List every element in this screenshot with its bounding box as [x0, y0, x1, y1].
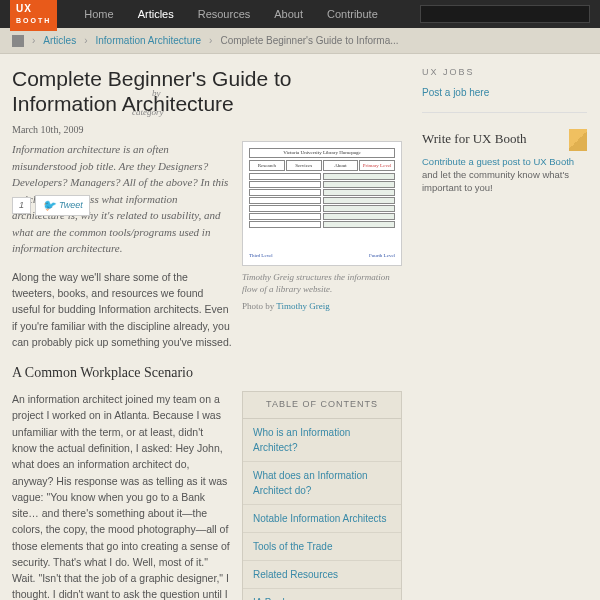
sidebar-jobs: UX JOBS Post a job here [422, 66, 587, 113]
toc-item[interactable]: Related Resources [243, 561, 401, 589]
pencil-icon [569, 129, 587, 151]
sidebar-write: Write for UX Booth Contribute a guest po… [422, 129, 587, 206]
tweet-button[interactable]: 🐦Tweet [35, 195, 90, 216]
category-label: category [132, 106, 164, 120]
logo[interactable]: UXBOOTH [10, 0, 57, 31]
main-content: Complete Beginner's Guide to Information… [12, 66, 402, 600]
home-icon[interactable] [12, 35, 24, 47]
toc-item[interactable]: What does an Information Architect do? [243, 462, 401, 505]
toc-item[interactable]: IA Books [243, 589, 401, 600]
jobs-heading: UX JOBS [422, 66, 587, 80]
toc-item[interactable]: Tools of the Trade [243, 533, 401, 561]
top-nav: UXBOOTH Home Articles Resources About Co… [0, 0, 600, 28]
chevron-right-icon: › [32, 33, 35, 48]
share-count[interactable]: 1 [12, 197, 31, 215]
chevron-right-icon: › [209, 33, 212, 48]
twitter-icon: 🐦 [42, 197, 56, 214]
section-heading-scenario: A Common Workplace Scenario [12, 362, 402, 383]
page-title: Complete Beginner's Guide to Information… [12, 66, 402, 116]
toc-item[interactable]: Notable Information Architects [243, 505, 401, 533]
by-label: by [152, 87, 161, 101]
nav-resources[interactable]: Resources [186, 6, 263, 23]
nav-home[interactable]: Home [72, 6, 125, 23]
article-meta: by category March 10th, 2009 [12, 122, 402, 137]
sidebar: UX JOBS Post a job here Write for UX Boo… [422, 66, 587, 600]
photo-author-link[interactable]: Timothy Greig [276, 301, 329, 311]
breadcrumb: › Articles › Information Architecture › … [0, 28, 600, 54]
nav-about[interactable]: About [262, 6, 315, 23]
bc-ia[interactable]: Information Architecture [95, 33, 201, 48]
photo-credit: Photo by Timothy Greig [242, 300, 402, 314]
bc-current: Complete Beginner's Guide to Informa... [220, 33, 398, 48]
table-of-contents: TABLE OF CONTENTS Who is an Information … [242, 391, 402, 600]
post-job-link[interactable]: Post a job here [422, 87, 489, 98]
search-input[interactable] [420, 5, 590, 23]
write-text: Contribute a guest post to UX Booth and … [422, 155, 587, 195]
toc-heading: TABLE OF CONTENTS [243, 392, 401, 419]
toc-item[interactable]: Who is an Information Architect? [243, 419, 401, 462]
nav-articles[interactable]: Articles [126, 6, 186, 23]
contribute-link[interactable]: Contribute a guest post to UX Booth [422, 156, 574, 167]
nav-contribute[interactable]: Contribute [315, 6, 390, 23]
write-heading: Write for UX Booth [422, 129, 587, 149]
article-date: March 10th, 2009 [12, 122, 402, 137]
bc-articles[interactable]: Articles [43, 33, 76, 48]
article-intro: Information architecture is an often mis… [12, 141, 402, 257]
chevron-right-icon: › [84, 33, 87, 48]
figure-caption: Timothy Greig structures the information… [242, 272, 402, 295]
